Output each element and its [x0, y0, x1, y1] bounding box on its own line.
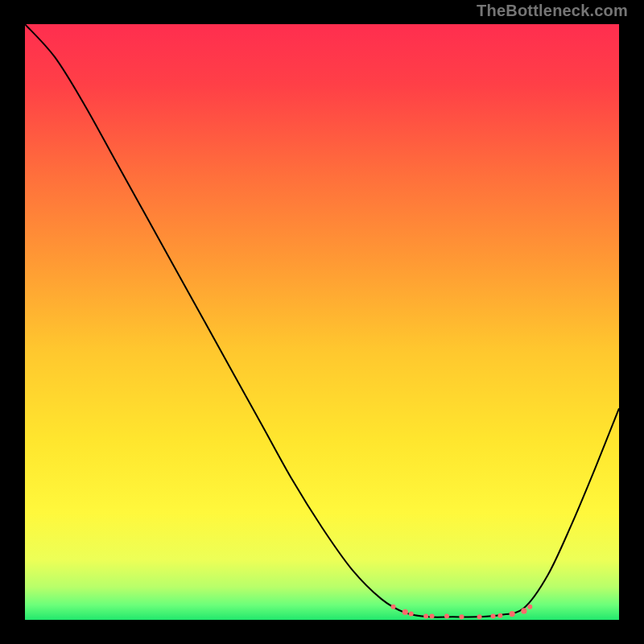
plot-area	[25, 24, 619, 620]
accent-point	[444, 614, 449, 619]
attribution-text: TheBottleneck.com	[477, 2, 628, 20]
accent-point	[459, 614, 464, 619]
chart-frame: TheBottleneck.com	[0, 0, 644, 644]
gradient-background	[25, 24, 619, 620]
accent-point	[391, 605, 396, 609]
accent-point	[521, 608, 526, 613]
accent-point	[402, 609, 408, 615]
accent-point	[423, 614, 428, 619]
accent-point	[430, 614, 435, 619]
accent-point	[510, 611, 515, 617]
bottleneck-curve-chart	[25, 24, 619, 620]
accent-point	[527, 605, 532, 609]
accent-point	[497, 613, 502, 618]
accent-point	[491, 614, 496, 619]
accent-point	[477, 614, 482, 619]
accent-point	[409, 612, 414, 617]
